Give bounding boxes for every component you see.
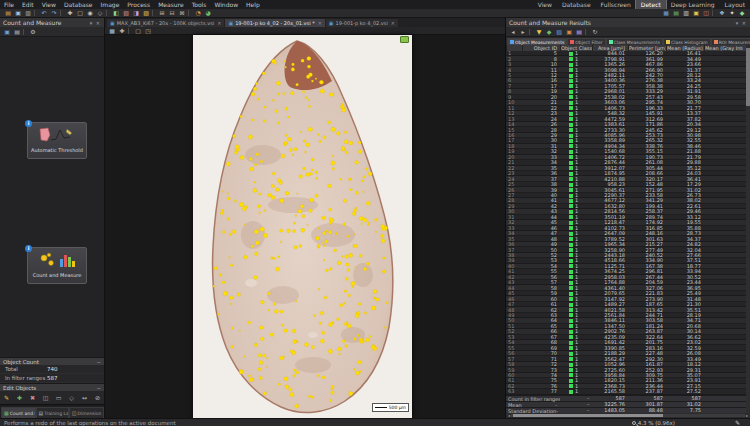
menu-item[interactable]: Measure [154, 1, 188, 8]
edit-tool-icon[interactable]: ✎ [2, 394, 12, 402]
layout-button[interactable]: Database [557, 0, 596, 9]
left-toolbar-icon[interactable]: ▤ [12, 28, 22, 36]
scroll-thumb[interactable] [746, 48, 750, 106]
scroll-thumb[interactable] [513, 414, 663, 417]
left-bottom-tab[interactable]: ◫ Dimension Sel... [69, 407, 104, 418]
toolbar-icon[interactable]: ◆ [737, 9, 747, 17]
edit-objects-header[interactable]: Edit Objects − [0, 383, 104, 391]
toolbar-icon[interactable]: ▧ [121, 9, 131, 17]
results-toolbar-icon[interactable] [585, 29, 589, 35]
toolbar-icon[interactable]: ▥ [681, 9, 691, 17]
toolbar-icon[interactable]: ▤ [3, 9, 13, 17]
toolbar-icon[interactable]: ▥ [23, 9, 33, 17]
edit-tool-icon[interactable]: ▭ [54, 394, 64, 402]
collapse-icon[interactable]: − [96, 385, 101, 391]
menu-item[interactable]: Process [123, 1, 154, 8]
results-tab[interactable]: ROI Measurements [711, 38, 750, 45]
canvas-toolbar-icon[interactable]: ▢ [133, 27, 143, 35]
results-toolbar-icon[interactable] [529, 29, 533, 35]
layout-button[interactable]: View [533, 0, 557, 9]
table-row[interactable]: 63 77 1 2165.58 237.87 27.52 [506, 389, 750, 394]
info-icon[interactable]: i [25, 245, 32, 252]
toolbar-icon[interactable]: ▨ [141, 9, 151, 17]
menu-item[interactable]: File [0, 1, 18, 8]
layout-button[interactable]: Fullscreen [596, 0, 636, 9]
toolbar-icon[interactable]: ▤ [671, 9, 681, 17]
results-toolbar-icon[interactable]: ▧ [554, 28, 564, 36]
results-tab[interactable]: Class Measurements [606, 38, 664, 45]
slide-image[interactable]: 500 µm [193, 35, 412, 418]
toolbar-icon[interactable]: ◇ [95, 9, 105, 17]
toolbar-icon[interactable]: ◫ [701, 9, 711, 17]
toolbar-icon[interactable] [34, 10, 38, 16]
left-bottom-tab[interactable]: ▦ Count and Me... [1, 407, 36, 418]
menu-item[interactable]: Edit [18, 1, 38, 8]
layout-button[interactable]: Detect [636, 0, 666, 9]
toolbar-icon[interactable]: ❖ [717, 9, 727, 17]
count-and-measure-button[interactable]: i Count and Measure [27, 247, 87, 284]
toolbar-icon[interactable]: ↶ [39, 9, 49, 17]
edit-tool-icon[interactable]: ✖ [28, 394, 38, 402]
edit-tool-icon[interactable]: ⊘ [93, 394, 103, 402]
toolbar-icon[interactable]: ⊞ [157, 9, 167, 17]
close-icon[interactable]: ✕ [318, 20, 322, 26]
left-toolbar-icon[interactable]: ▣ [2, 28, 12, 36]
edit-tool-icon[interactable]: ↔ [80, 394, 90, 402]
canvas-toolbar-icon[interactable]: ▦ [107, 27, 117, 35]
menu-item[interactable]: Image [97, 1, 124, 8]
toolbar-icon[interactable] [712, 10, 716, 16]
object-count-header[interactable]: Object Count − [0, 357, 104, 365]
collapse-icon[interactable]: − [96, 359, 101, 365]
results-panel-controls[interactable]: ▾ ✕ [736, 20, 747, 26]
document-tab[interactable]: ▣ 19-001-p ko 4_02 - 20x_01.vsi * ✕ [225, 19, 324, 27]
menu-item[interactable]: Window [210, 1, 242, 8]
layout-button[interactable]: Deep Learning [666, 0, 720, 9]
results-toolbar-icon[interactable]: ◂ [508, 28, 518, 36]
toolbar-icon[interactable]: ▣ [691, 9, 701, 17]
info-icon[interactable]: i [25, 120, 32, 127]
toolbar-icon[interactable]: ✦ [727, 9, 737, 17]
edit-tool-icon[interactable]: ✚ [15, 394, 25, 402]
toolbar-icon[interactable] [213, 9, 661, 17]
canvas-toolbar-icon[interactable]: ◳ [143, 27, 153, 35]
toolbar-icon[interactable] [60, 10, 64, 16]
menu-item[interactable]: Database [60, 1, 97, 8]
menu-item[interactable]: Tools [188, 1, 211, 8]
results-tab[interactable]: Object Measurements [507, 38, 567, 45]
close-icon[interactable]: ✕ [391, 20, 395, 26]
results-toolbar-icon[interactable]: ▼ [534, 28, 544, 36]
zoom-control[interactable]: 4.3 % (0.96x) [632, 420, 675, 426]
results-toolbar-icon[interactable]: ▣ [564, 28, 574, 36]
left-bottom-tab[interactable]: ▤ Training Labels [36, 407, 69, 418]
image-canvas[interactable]: 500 µm [105, 35, 505, 418]
layout-button[interactable]: Layout [720, 0, 750, 9]
toolbar-icon[interactable]: ◧ [111, 9, 121, 17]
results-toolbar-icon[interactable]: ↻ [590, 28, 600, 36]
canvas-toolbar-icon[interactable]: ✚ [117, 27, 127, 35]
toolbar-icon[interactable] [188, 10, 192, 16]
results-tab[interactable]: Class Histogram [663, 38, 711, 45]
pen-tool-icon[interactable]: ✎ [735, 419, 740, 426]
toolbar-icon[interactable]: ▢ [75, 9, 85, 17]
results-toolbar-icon[interactable]: ▤ [574, 28, 584, 36]
toolbar-icon[interactable]: ◔ [193, 9, 203, 17]
left-toolbar-icon[interactable]: ⚙ [28, 28, 38, 36]
toolbar-icon[interactable]: ✚ [65, 9, 75, 17]
canvas-toolbar-icon[interactable] [128, 28, 132, 34]
left-toolbar-icon[interactable] [23, 29, 27, 35]
toolbar-icon[interactable]: ⊠ [177, 9, 187, 17]
menu-item[interactable]: Help [242, 1, 264, 8]
toolbar-icon[interactable]: ⊟ [167, 9, 177, 17]
results-tab[interactable]: Object Filter [567, 38, 605, 45]
results-toolbar-icon[interactable]: ◆ [544, 28, 554, 36]
annotation-badge-icon[interactable] [400, 36, 409, 43]
document-tab[interactable]: ▣ 19-001-p ko 4_02.vsi ✕ [326, 19, 398, 27]
toolbar-icon[interactable]: ◕ [203, 9, 213, 17]
menu-item[interactable]: View [38, 1, 60, 8]
edit-tool-icon[interactable]: ◫ [41, 394, 51, 402]
toolbar-icon[interactable]: ◨ [131, 9, 141, 17]
toolbar-icon[interactable] [152, 10, 156, 16]
toolbar-icon[interactable]: ◉ [85, 9, 95, 17]
document-tab[interactable]: ▣ MAX_AB3_Ki67 - 20x - 100K objects.vsi … [107, 19, 224, 27]
left-panel-controls[interactable]: ▾ ✕ [90, 20, 101, 26]
